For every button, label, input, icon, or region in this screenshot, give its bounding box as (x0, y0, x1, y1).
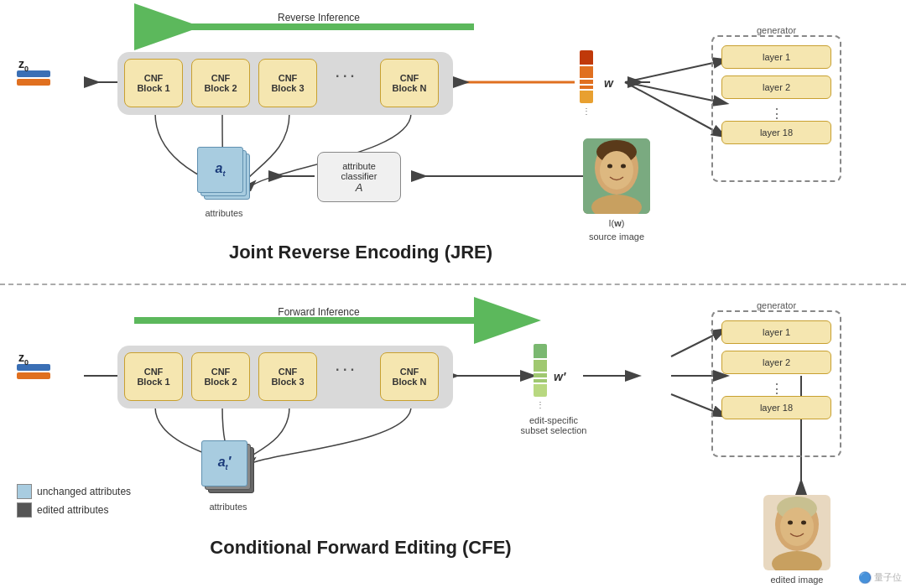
edited-image-label: edited image (759, 575, 835, 585)
svg-point-37 (607, 164, 612, 169)
source-image-label-top: I(w) (581, 218, 652, 228)
dots-bottom: · · · (336, 362, 354, 377)
cnf-block-bottom-3: CNFBlock 3 (258, 352, 317, 401)
at-stack-top: at (197, 147, 252, 201)
source-image-top (583, 138, 650, 214)
cnf-block-top-1: CNF Block 1 (124, 59, 183, 107)
attributes-label-top: attributes (195, 208, 253, 218)
attr-classifier-top: attribute classifier A (317, 152, 401, 202)
generator-label-bottom: generator (757, 300, 796, 310)
cnf-block-bottom-1: CNFBlock 1 (124, 352, 183, 401)
generator-box-top: generator layer 1 layer 2 ⋮ layer 18 (711, 35, 841, 182)
forward-inference-label: Forward Inference (168, 306, 470, 318)
w-bar-container-bottom: ⋮ (533, 344, 548, 409)
z0-top-label: z0 (18, 57, 29, 73)
generator-box-bottom: generator layer 1 layer 2 ⋮ layer 18 (711, 310, 841, 457)
layer18-bottom: layer 18 (721, 396, 831, 419)
layer2-bottom: layer 2 (721, 351, 831, 374)
svg-point-36 (600, 151, 633, 190)
w-bar-container-top: ⋮ (579, 50, 594, 116)
legend: unchanged attributes edited attributes (17, 484, 131, 521)
layer-dots-bottom: ⋮ (713, 381, 840, 397)
z0-bar-orange (17, 79, 50, 86)
svg-point-44 (788, 521, 793, 525)
jre-title: Joint Reverse Encoding (JRE) (67, 242, 654, 263)
svg-line-9 (625, 63, 713, 82)
cnf-block-top-n: CNFBlock N (380, 59, 439, 107)
source-image-sublabel: source image (581, 232, 652, 242)
legend-edited-color (17, 502, 32, 518)
svg-line-11 (625, 82, 713, 130)
cnf-block-top-2: CNFBlock 2 (191, 59, 250, 107)
at-stack-bottom: at′ (201, 440, 256, 495)
diagram-container: Reverse Inference z0 CNF Block 1 CNFBloc… (0, 0, 906, 588)
layer1-bottom: layer 1 (721, 320, 831, 344)
dots-top: · · · (336, 69, 354, 84)
edit-specific-label: edit-specificsubset selection (512, 415, 596, 435)
attributes-label-bottom: attributes (199, 502, 258, 512)
w-label-top: w (604, 76, 613, 90)
cfe-title: Conditional Forward Editing (CFE) (67, 537, 654, 559)
cnf-block-bottom-n: CNFBlock N (380, 352, 439, 401)
legend-edited: edited attributes (17, 502, 131, 518)
at-prime-label-bottom: at′ (218, 455, 232, 471)
legend-unchanged: unchanged attributes (17, 484, 131, 499)
z0-bottom-label: z0 (18, 351, 29, 367)
svg-line-10 (625, 82, 713, 101)
svg-point-43 (780, 507, 814, 546)
svg-line-31 (671, 394, 713, 411)
at-label-top: at (216, 161, 226, 178)
edited-image-bottom (763, 495, 830, 570)
w-prime-label-bottom: w′ (554, 370, 565, 383)
legend-edited-label: edited attributes (37, 504, 108, 516)
reverse-inference-label: Reverse Inference (168, 12, 470, 23)
svg-line-29 (671, 336, 713, 356)
layer1-top: layer 1 (721, 45, 831, 69)
svg-point-45 (801, 521, 806, 525)
watermark: 🔵 量子位 (858, 571, 902, 584)
cnf-block-bottom-2: CNFBlock 2 (191, 352, 250, 401)
legend-unchanged-color (17, 484, 32, 499)
section-separator (0, 284, 906, 285)
layer18-top: layer 18 (721, 121, 831, 144)
layer-dots-top: ⋮ (713, 106, 840, 122)
svg-point-38 (621, 164, 626, 169)
layer2-top: layer 2 (721, 75, 831, 99)
generator-label-top: generator (757, 25, 796, 35)
legend-unchanged-label: unchanged attributes (37, 486, 131, 497)
cnf-block-top-3: CNFBlock 3 (258, 59, 317, 107)
